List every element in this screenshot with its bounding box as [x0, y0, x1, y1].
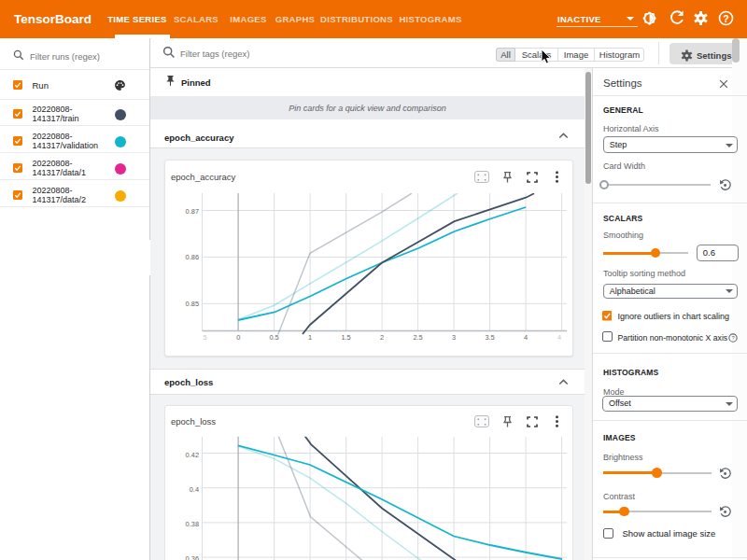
- svg-text:2.5: 2.5: [413, 333, 422, 342]
- svg-text:0.86: 0.86: [186, 253, 199, 261]
- svg-text:?: ?: [731, 335, 735, 341]
- svg-text:4: 4: [557, 333, 561, 342]
- svg-text:0.87: 0.87: [186, 207, 199, 216]
- svg-text:0.36: 0.36: [186, 554, 199, 560]
- svg-text:0.85: 0.85: [186, 300, 199, 308]
- svg-text:1.5: 1.5: [341, 333, 350, 342]
- svg-text:2: 2: [380, 333, 384, 342]
- svg-text:1: 1: [308, 333, 312, 342]
- svg-text:3.5: 3.5: [485, 333, 494, 342]
- svg-text:3: 3: [452, 333, 456, 342]
- svg-text:4: 4: [524, 333, 528, 342]
- svg-text:0: 0: [236, 333, 240, 342]
- svg-text:0.38: 0.38: [186, 520, 199, 528]
- svg-text:?: ?: [723, 13, 728, 24]
- svg-text:0.4: 0.4: [190, 485, 199, 494]
- svg-text:0.42: 0.42: [186, 451, 199, 459]
- svg-text:5: 5: [203, 333, 206, 342]
